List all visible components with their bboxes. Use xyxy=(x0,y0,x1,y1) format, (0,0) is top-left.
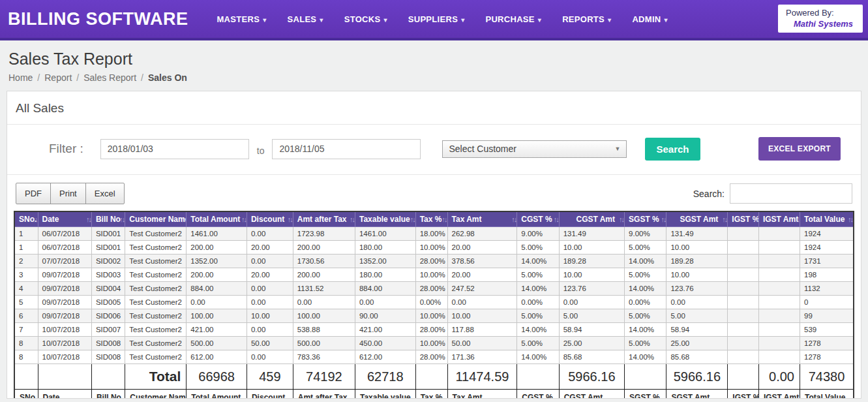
breadcrumb-item-sales-report[interactable]: Sales Report xyxy=(83,72,136,83)
column-header-tax[interactable]: Tax %↑↓ xyxy=(415,211,447,227)
column-header-cgst[interactable]: CGST %↑↓ xyxy=(517,211,559,227)
total-label: Total xyxy=(125,364,187,390)
cell: 5.00% xyxy=(517,337,559,350)
print-button[interactable]: Print xyxy=(50,183,86,204)
sort-icon: ↑↓ xyxy=(119,215,124,223)
cell: 5.00 xyxy=(559,309,624,323)
cell xyxy=(728,296,759,309)
nav-menu-label: SALES xyxy=(287,14,316,24)
total-row: Total66968459741926271811474.595966.1659… xyxy=(14,364,854,390)
search-button[interactable]: Search xyxy=(645,138,700,161)
cell: 18.00% xyxy=(415,227,447,241)
cell: 1278 xyxy=(800,350,854,364)
table-row: 106/07/2018SID001Test Customer2200.0020.… xyxy=(14,241,854,255)
sort-icon: ↑↓ xyxy=(619,215,623,223)
sort-icon: ↑↓ xyxy=(442,215,447,223)
column-header-taxable-value[interactable]: Taxable value↑↓ xyxy=(355,211,415,227)
column-header-igst[interactable]: IGST %↑↓ xyxy=(728,211,759,227)
cell: 0.00 xyxy=(247,227,293,241)
cell: 421.00 xyxy=(355,323,415,337)
nav-menu-label: REPORTS xyxy=(562,14,605,24)
cell xyxy=(728,337,759,350)
cell: 50.00 xyxy=(447,337,517,350)
cell: 450.00 xyxy=(355,337,415,350)
cell: 5.00% xyxy=(625,337,666,350)
table-row: 409/07/2018SID004Test Customer2884.000.0… xyxy=(14,282,854,296)
cell: 189.28 xyxy=(559,255,624,268)
cell xyxy=(758,296,800,309)
cell: 612.00 xyxy=(187,350,247,364)
column-header-discount[interactable]: Discount↑↓ xyxy=(247,211,293,227)
footer-column-sgst-amt: SGST Amt xyxy=(666,390,728,399)
pdf-button[interactable]: PDF xyxy=(16,183,51,204)
sales-tax-table: SNo.↑↓Date↑↓Bill No↑↓Customer Name↑↓Tota… xyxy=(14,211,854,399)
column-header-sno[interactable]: SNo.↑↓ xyxy=(14,211,38,227)
cell xyxy=(758,282,800,296)
cell: 09/07/2018 xyxy=(38,268,91,282)
column-header-total-amount[interactable]: Total Amount↑↓ xyxy=(187,211,247,227)
cell: SID002 xyxy=(91,255,125,268)
table-search-input[interactable] xyxy=(730,183,852,204)
column-header-total-value[interactable]: Total Value↑↓ xyxy=(800,211,854,227)
cell: 5.00% xyxy=(517,309,559,323)
cell: 884.00 xyxy=(187,282,247,296)
column-header-cgst-amt[interactable]: CGST Amt↑↓ xyxy=(559,211,624,227)
cell: 247.52 xyxy=(447,282,517,296)
date-to-input[interactable] xyxy=(272,139,421,159)
footer-column-igst: IGST % xyxy=(728,390,759,399)
breadcrumb-item-home[interactable]: Home xyxy=(8,72,33,83)
cell: SID008 xyxy=(91,350,125,364)
chevron-down-icon: ▾ xyxy=(608,16,611,23)
breadcrumb-item-report[interactable]: Report xyxy=(44,72,72,83)
column-header-tax-amt[interactable]: Tax Amt↑↓ xyxy=(447,211,517,227)
cell: Test Customer2 xyxy=(125,241,187,255)
nav-menu-sales[interactable]: SALES▾ xyxy=(277,8,333,31)
cell: 10.00 xyxy=(447,309,517,323)
cell: 0.00 xyxy=(247,350,293,364)
nav-menu-admin[interactable]: ADMIN▾ xyxy=(621,8,678,31)
cell: 20.00 xyxy=(447,268,517,282)
cell: 09/07/2018 xyxy=(38,309,91,323)
column-header-label: Discount xyxy=(251,215,284,224)
cell: 539 xyxy=(800,323,854,337)
column-header-bill-no[interactable]: Bill No↑↓ xyxy=(91,211,125,227)
column-header-amt-after-tax[interactable]: Amt after Tax↑↓ xyxy=(293,211,355,227)
nav-menu-masters[interactable]: MASTERS▾ xyxy=(206,8,277,31)
cell: 1132 xyxy=(800,282,854,296)
cell: 1731 xyxy=(800,255,854,268)
cell: 0 xyxy=(800,296,854,309)
column-header-date[interactable]: Date↑↓ xyxy=(38,211,91,227)
cell: 14.00% xyxy=(625,282,666,296)
table-row: 810/07/2018SID008Test Customer2500.0050.… xyxy=(14,337,854,350)
nav-menu-suppliers[interactable]: SUPPLIERS▾ xyxy=(398,8,475,31)
column-header-sgst[interactable]: SGST %↑↓ xyxy=(625,211,666,227)
nav-menu-stocks[interactable]: STOCKS▾ xyxy=(334,8,398,31)
chevron-down-icon: ▾ xyxy=(320,16,323,23)
cell: SID006 xyxy=(91,309,125,323)
cell: 1730.56 xyxy=(293,255,355,268)
column-header-customer-name[interactable]: Customer Name↑↓ xyxy=(125,211,187,227)
cell: SID001 xyxy=(91,241,125,255)
column-header-sgst-amt[interactable]: SGST Amt↑↓ xyxy=(666,211,728,227)
cell: 10.00% xyxy=(415,268,447,282)
breadcrumb-separator: / xyxy=(141,72,143,83)
date-from-input[interactable] xyxy=(100,139,249,159)
cell: 1352.00 xyxy=(187,255,247,268)
cell: 180.00 xyxy=(355,268,415,282)
cell: 378.56 xyxy=(447,255,517,268)
excel-button[interactable]: Excel xyxy=(85,183,125,204)
nav-menu-reports[interactable]: REPORTS▾ xyxy=(552,8,621,31)
page: BILLING SOFTWARE MASTERS▾SALES▾STOCKS▾SU… xyxy=(0,0,868,402)
cell: 20.00 xyxy=(447,241,517,255)
excel-export-button[interactable]: EXCEL EXPORT xyxy=(758,137,841,161)
cell: 200.00 xyxy=(187,268,247,282)
cell: 421.00 xyxy=(187,323,247,337)
total-cell xyxy=(91,364,125,390)
table-toolbar: PDFPrintExcel Search: xyxy=(7,175,861,211)
customer-select[interactable]: Select Customer ▼ xyxy=(442,140,627,158)
column-header-igst-amt[interactable]: IGST Amt↑↓ xyxy=(758,211,800,227)
table-row: 106/07/2018SID001Test Customer21461.000.… xyxy=(14,227,854,241)
nav-menu-purchase[interactable]: PURCHASE▾ xyxy=(475,8,552,31)
cell: 4 xyxy=(14,282,38,296)
cell: 58.94 xyxy=(559,323,624,337)
